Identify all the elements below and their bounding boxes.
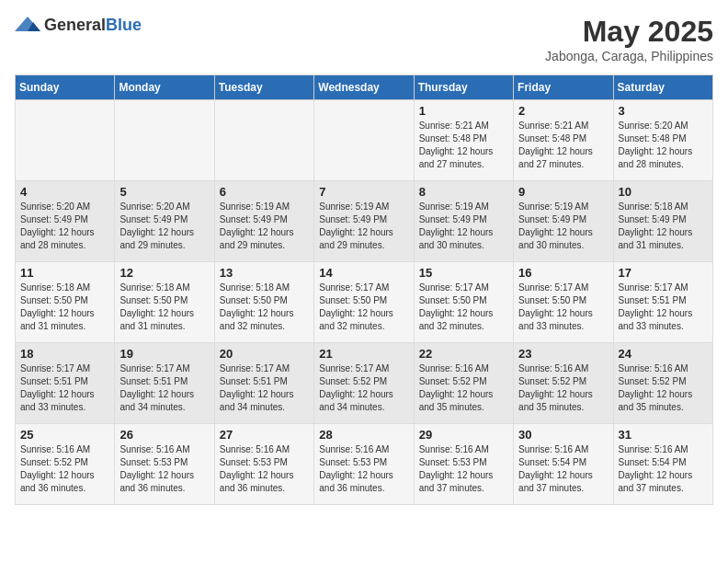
day-number: 10	[619, 185, 708, 199]
cell-info: Sunrise: 5:17 AM Sunset: 5:52 PM Dayligh…	[319, 362, 408, 414]
day-number: 23	[518, 347, 608, 361]
day-number: 5	[119, 185, 209, 199]
calendar-cell: 19Sunrise: 5:17 AM Sunset: 5:51 PM Dayli…	[115, 343, 214, 424]
day-number: 12	[119, 266, 209, 280]
day-number: 22	[419, 347, 508, 361]
calendar-cell: 30Sunrise: 5:16 AM Sunset: 5:54 PM Dayli…	[514, 424, 613, 505]
day-number: 24	[619, 347, 708, 361]
calendar-cell	[16, 100, 115, 181]
cell-info: Sunrise: 5:16 AM Sunset: 5:54 PM Dayligh…	[619, 443, 708, 495]
cell-info: Sunrise: 5:17 AM Sunset: 5:51 PM Dayligh…	[20, 362, 109, 414]
calendar-cell	[214, 100, 313, 181]
calendar-cell: 27Sunrise: 5:16 AM Sunset: 5:53 PM Dayli…	[214, 424, 313, 505]
week-row-3: 11Sunrise: 5:18 AM Sunset: 5:50 PM Dayli…	[16, 262, 713, 343]
cell-info: Sunrise: 5:20 AM Sunset: 5:49 PM Dayligh…	[20, 201, 109, 252]
cell-info: Sunrise: 5:16 AM Sunset: 5:53 PM Dayligh…	[220, 443, 309, 495]
calendar-cell: 4Sunrise: 5:20 AM Sunset: 5:49 PM Daylig…	[16, 181, 115, 262]
day-number: 2	[518, 104, 608, 118]
day-number: 16	[518, 266, 608, 280]
location: Jabonga, Caraga, Philippines	[545, 49, 713, 63]
cell-info: Sunrise: 5:18 AM Sunset: 5:50 PM Dayligh…	[119, 282, 209, 333]
cell-info: Sunrise: 5:16 AM Sunset: 5:52 PM Dayligh…	[619, 362, 708, 414]
cell-info: Sunrise: 5:16 AM Sunset: 5:52 PM Dayligh…	[20, 443, 109, 495]
calendar-cell: 9Sunrise: 5:19 AM Sunset: 5:49 PM Daylig…	[514, 181, 613, 262]
col-header-tuesday: Tuesday	[214, 75, 313, 100]
cell-info: Sunrise: 5:17 AM Sunset: 5:50 PM Dayligh…	[419, 282, 508, 333]
day-number: 3	[619, 104, 708, 118]
calendar-cell: 31Sunrise: 5:16 AM Sunset: 5:54 PM Dayli…	[613, 424, 712, 505]
calendar-cell: 7Sunrise: 5:19 AM Sunset: 5:49 PM Daylig…	[314, 181, 414, 262]
col-header-wednesday: Wednesday	[314, 75, 414, 100]
logo-icon	[15, 15, 40, 35]
cell-info: Sunrise: 5:17 AM Sunset: 5:50 PM Dayligh…	[518, 282, 608, 333]
cell-info: Sunrise: 5:19 AM Sunset: 5:49 PM Dayligh…	[419, 201, 508, 252]
cell-info: Sunrise: 5:17 AM Sunset: 5:51 PM Dayligh…	[619, 282, 708, 333]
cell-info: Sunrise: 5:18 AM Sunset: 5:50 PM Dayligh…	[20, 282, 109, 333]
logo-blue: Blue	[106, 16, 142, 34]
day-number: 1	[419, 104, 508, 118]
week-row-5: 25Sunrise: 5:16 AM Sunset: 5:52 PM Dayli…	[16, 424, 713, 505]
month-year: May 2025	[545, 15, 713, 49]
cell-info: Sunrise: 5:18 AM Sunset: 5:50 PM Dayligh…	[220, 282, 309, 333]
calendar-cell: 15Sunrise: 5:17 AM Sunset: 5:50 PM Dayli…	[414, 262, 513, 343]
calendar-cell: 20Sunrise: 5:17 AM Sunset: 5:51 PM Dayli…	[214, 343, 313, 424]
cell-info: Sunrise: 5:16 AM Sunset: 5:54 PM Dayligh…	[518, 443, 608, 495]
calendar-cell: 29Sunrise: 5:16 AM Sunset: 5:53 PM Dayli…	[414, 424, 513, 505]
day-number: 13	[220, 266, 309, 280]
col-header-sunday: Sunday	[16, 75, 115, 100]
day-number: 27	[220, 428, 309, 442]
calendar-cell	[314, 100, 414, 181]
calendar-cell: 18Sunrise: 5:17 AM Sunset: 5:51 PM Dayli…	[16, 343, 115, 424]
calendar-cell: 14Sunrise: 5:17 AM Sunset: 5:50 PM Dayli…	[314, 262, 414, 343]
day-number: 20	[220, 347, 309, 361]
calendar-cell: 2Sunrise: 5:21 AM Sunset: 5:48 PM Daylig…	[514, 100, 613, 181]
calendar-cell: 16Sunrise: 5:17 AM Sunset: 5:50 PM Dayli…	[514, 262, 613, 343]
cell-info: Sunrise: 5:17 AM Sunset: 5:50 PM Dayligh…	[319, 282, 408, 333]
calendar-cell: 13Sunrise: 5:18 AM Sunset: 5:50 PM Dayli…	[214, 262, 313, 343]
col-header-monday: Monday	[115, 75, 214, 100]
cell-info: Sunrise: 5:19 AM Sunset: 5:49 PM Dayligh…	[518, 201, 608, 252]
calendar-cell: 21Sunrise: 5:17 AM Sunset: 5:52 PM Dayli…	[314, 343, 414, 424]
calendar-cell: 17Sunrise: 5:17 AM Sunset: 5:51 PM Dayli…	[613, 262, 712, 343]
calendar-cell: 5Sunrise: 5:20 AM Sunset: 5:49 PM Daylig…	[115, 181, 214, 262]
cell-info: Sunrise: 5:18 AM Sunset: 5:49 PM Dayligh…	[619, 201, 708, 252]
calendar-cell: 23Sunrise: 5:16 AM Sunset: 5:52 PM Dayli…	[514, 343, 613, 424]
calendar-cell: 25Sunrise: 5:16 AM Sunset: 5:52 PM Dayli…	[16, 424, 115, 505]
week-row-1: 1Sunrise: 5:21 AM Sunset: 5:48 PM Daylig…	[16, 100, 713, 181]
col-header-saturday: Saturday	[613, 75, 712, 100]
day-number: 4	[20, 185, 109, 199]
cell-info: Sunrise: 5:17 AM Sunset: 5:51 PM Dayligh…	[220, 362, 309, 414]
day-number: 18	[20, 347, 109, 361]
day-number: 19	[119, 347, 209, 361]
calendar-header-row: SundayMondayTuesdayWednesdayThursdayFrid…	[16, 75, 713, 100]
calendar-cell: 11Sunrise: 5:18 AM Sunset: 5:50 PM Dayli…	[16, 262, 115, 343]
calendar-cell: 10Sunrise: 5:18 AM Sunset: 5:49 PM Dayli…	[613, 181, 712, 262]
cell-info: Sunrise: 5:16 AM Sunset: 5:53 PM Dayligh…	[419, 443, 508, 495]
cell-info: Sunrise: 5:16 AM Sunset: 5:52 PM Dayligh…	[419, 362, 508, 414]
day-number: 6	[220, 185, 309, 199]
calendar-cell: 22Sunrise: 5:16 AM Sunset: 5:52 PM Dayli…	[414, 343, 513, 424]
col-header-thursday: Thursday	[414, 75, 513, 100]
calendar-table: SundayMondayTuesdayWednesdayThursdayFrid…	[15, 75, 713, 505]
day-number: 15	[419, 266, 508, 280]
day-number: 7	[319, 185, 408, 199]
calendar-cell: 6Sunrise: 5:19 AM Sunset: 5:49 PM Daylig…	[214, 181, 313, 262]
cell-info: Sunrise: 5:21 AM Sunset: 5:48 PM Dayligh…	[518, 120, 608, 171]
cell-info: Sunrise: 5:16 AM Sunset: 5:53 PM Dayligh…	[319, 443, 408, 495]
calendar-cell: 8Sunrise: 5:19 AM Sunset: 5:49 PM Daylig…	[414, 181, 513, 262]
cell-info: Sunrise: 5:21 AM Sunset: 5:48 PM Dayligh…	[419, 120, 508, 171]
calendar-cell: 1Sunrise: 5:21 AM Sunset: 5:48 PM Daylig…	[414, 100, 513, 181]
week-row-2: 4Sunrise: 5:20 AM Sunset: 5:49 PM Daylig…	[16, 181, 713, 262]
cell-info: Sunrise: 5:20 AM Sunset: 5:49 PM Dayligh…	[119, 201, 209, 252]
cell-info: Sunrise: 5:16 AM Sunset: 5:53 PM Dayligh…	[119, 443, 209, 495]
calendar-cell: 28Sunrise: 5:16 AM Sunset: 5:53 PM Dayli…	[314, 424, 414, 505]
day-number: 21	[319, 347, 408, 361]
col-header-friday: Friday	[514, 75, 613, 100]
day-number: 11	[20, 266, 109, 280]
calendar-cell: 3Sunrise: 5:20 AM Sunset: 5:48 PM Daylig…	[613, 100, 712, 181]
calendar-cell: 26Sunrise: 5:16 AM Sunset: 5:53 PM Dayli…	[115, 424, 214, 505]
day-number: 25	[20, 428, 109, 442]
calendar-cell	[115, 100, 214, 181]
day-number: 30	[518, 428, 608, 442]
logo-general: General	[44, 16, 106, 34]
